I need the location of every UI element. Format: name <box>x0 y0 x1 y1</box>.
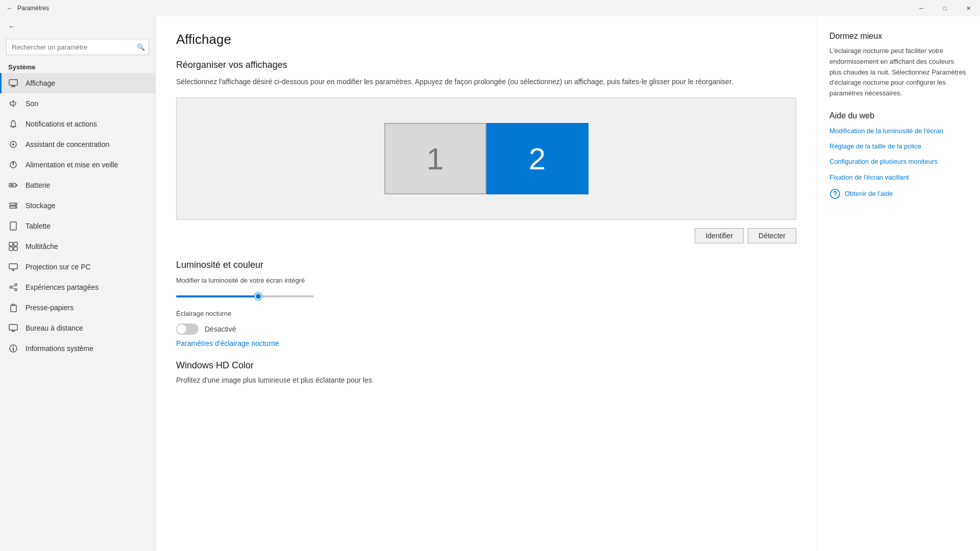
sidebar-item-notifications[interactable]: Notifications et actions <box>0 114 155 134</box>
focus-icon <box>8 139 18 149</box>
sidebar-item-label: Son <box>26 99 38 108</box>
svg-rect-8 <box>16 185 17 186</box>
sidebar-item-label: Tablette <box>26 222 51 230</box>
share-icon <box>8 282 18 292</box>
sidebar-item-stockage[interactable]: Stockage <box>0 195 155 216</box>
get-help-link[interactable]: Obtenir de l'aide <box>845 189 893 198</box>
toggle-state-label: Désactivé <box>205 325 236 333</box>
svg-rect-17 <box>14 242 17 246</box>
sidebar-item-label: Bureau à distance <box>26 324 83 332</box>
svg-rect-0 <box>9 80 17 85</box>
projection-icon <box>8 262 18 272</box>
titlebar-left: ← Paramètres <box>6 4 49 12</box>
search-input[interactable] <box>6 39 149 55</box>
svg-line-26 <box>12 286 15 287</box>
svg-rect-31 <box>12 331 15 332</box>
clipboard-icon <box>8 303 18 313</box>
sidebar-item-bureau[interactable]: Bureau à distance <box>0 318 155 338</box>
svg-rect-2 <box>11 87 16 87</box>
sidebar-item-label: Batterie <box>26 181 50 189</box>
night-settings-link[interactable]: Paramètres d'éclairage nocturne <box>176 339 279 347</box>
svg-point-34 <box>13 346 14 347</box>
sidebar-item-label: Presse-papiers <box>26 304 74 312</box>
sidebar-item-assistant[interactable]: Assistant de concentration <box>0 134 155 155</box>
brightness-slider[interactable] <box>176 295 314 297</box>
link-moniteurs[interactable]: Configuration de plusieurs moniteurs <box>829 157 968 166</box>
identify-button[interactable]: Identifier <box>695 228 744 243</box>
titlebar-controls: ─ □ ✕ <box>910 0 980 16</box>
main-content: Affichage Réorganiser vos affichages Sél… <box>156 16 817 551</box>
sidebar-item-label: Multitâche <box>26 242 58 251</box>
svg-rect-19 <box>14 247 17 251</box>
sleep-title: Dormez mieux <box>829 32 968 41</box>
monitor-2-label: 2 <box>529 141 546 177</box>
storage-icon <box>8 201 18 211</box>
web-help-title: Aide du web <box>829 111 968 120</box>
search-icon: 🔍 <box>137 43 145 51</box>
luminosity-title: Luminosité et couleur <box>176 260 796 270</box>
monitor-1[interactable]: 1 <box>384 123 486 194</box>
close-button[interactable]: ✕ <box>957 0 980 16</box>
toggle-row: Désactivé <box>176 323 796 335</box>
windows-hd-title: Windows HD Color <box>176 360 796 371</box>
sidebar-item-affichage[interactable]: Affichage <box>0 73 155 93</box>
sidebar: ← 🔍 Système Affichage Son Notifications … <box>0 16 156 551</box>
sidebar-item-label: Affichage <box>26 79 55 87</box>
sidebar-item-label: Informations système <box>26 344 93 353</box>
svg-rect-16 <box>9 242 13 246</box>
monitor-group: 1 2 <box>384 123 589 194</box>
brightness-slider-container <box>176 290 796 299</box>
sidebar-item-tablette[interactable]: Tablette <box>0 216 155 236</box>
svg-point-15 <box>13 229 14 230</box>
monitor-2[interactable]: 2 <box>486 123 589 194</box>
battery-icon <box>8 180 18 190</box>
back-button[interactable]: ← <box>0 16 155 37</box>
sidebar-item-projection[interactable]: Projection sur ce PC <box>0 257 155 277</box>
multitask-icon <box>8 241 18 252</box>
detect-button[interactable]: Détecter <box>748 228 796 243</box>
windows-hd-desc: Profitez d'une image plus lumineuse et p… <box>176 375 796 386</box>
sidebar-item-experiences[interactable]: Expériences partagées <box>0 277 155 297</box>
sidebar-item-alimentation[interactable]: Alimentation et mise en veille <box>0 155 155 175</box>
svg-rect-30 <box>9 324 17 330</box>
svg-point-23 <box>15 284 17 286</box>
link-police[interactable]: Réglage de la taille de la police <box>829 142 968 151</box>
tablet-icon <box>8 221 18 231</box>
svg-point-36 <box>835 195 836 196</box>
night-light-toggle[interactable] <box>176 323 199 335</box>
app-container: ← 🔍 Système Affichage Son Notifications … <box>0 16 980 551</box>
sidebar-item-infos[interactable]: Informations système <box>0 338 155 359</box>
rearrange-desc: Sélectionnez l'affichage désiré ci-desso… <box>176 77 796 87</box>
svg-point-12 <box>15 204 16 205</box>
monitor-1-label: 1 <box>427 141 444 177</box>
display-icon <box>8 78 18 88</box>
sidebar-section-title: Système <box>0 59 155 73</box>
sound-icon <box>8 98 18 109</box>
info-icon <box>8 343 18 354</box>
brightness-label: Modifier la luminosité de votre écran in… <box>176 277 796 284</box>
minimize-button[interactable]: ─ <box>910 0 933 16</box>
sidebar-item-label: Alimentation et mise en veille <box>26 161 118 169</box>
titlebar: ← Paramètres ─ □ ✕ <box>0 0 980 16</box>
sidebar-item-label: Notifications et actions <box>26 120 97 128</box>
sidebar-item-label: Stockage <box>26 202 55 210</box>
display-buttons: Identifier Détecter <box>176 228 796 243</box>
link-vacillant[interactable]: Fixation de l'écran vacillant <box>829 173 968 182</box>
back-icon: ← <box>6 4 13 12</box>
night-light-label: Éclairage nocturne <box>176 310 796 317</box>
sidebar-item-son[interactable]: Son <box>0 93 155 114</box>
display-area: 1 2 <box>176 97 796 220</box>
sidebar-item-presse[interactable]: Presse-papiers <box>0 297 155 318</box>
help-row: Obtenir de l'aide <box>829 188 968 199</box>
sleep-text: L'éclairage nocturne peut faciliter votr… <box>829 46 968 99</box>
maximize-button[interactable]: □ <box>933 0 957 16</box>
sidebar-item-label: Projection sur ce PC <box>26 263 91 271</box>
sidebar-item-multitache[interactable]: Multitâche <box>0 236 155 257</box>
svg-rect-20 <box>9 264 17 269</box>
titlebar-title: Paramètres <box>17 5 49 12</box>
back-arrow-icon: ← <box>8 22 15 31</box>
sidebar-item-batterie[interactable]: Batterie <box>0 175 155 195</box>
sidebar-item-label: Expériences partagées <box>26 283 99 291</box>
svg-point-4 <box>12 143 14 145</box>
link-luminosite[interactable]: Modification de la luminosité de l'écran <box>829 127 968 136</box>
